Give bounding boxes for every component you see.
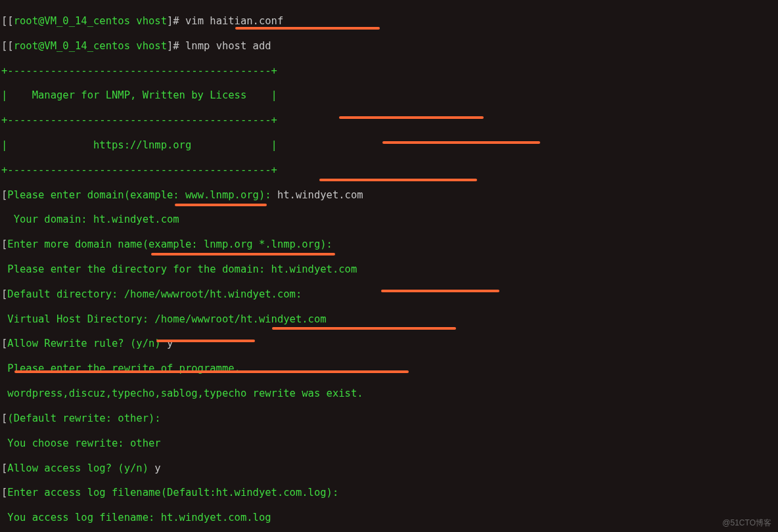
annotation-underline [339, 116, 484, 119]
log-filename-echo: You access log filename: ht.windyet.com.… [1, 512, 777, 524]
access-log-prompt: [Allow access log? (y/n) y [1, 462, 777, 475]
domain-echo: Your domain: ht.windyet.com [1, 213, 777, 226]
rewrite-prompt: [Allow Rewrite rule? (y/n) y [1, 338, 777, 350]
annotation-underline [151, 253, 335, 255]
prompt-line-1: [[root@VM_0_14_centos vhost]# vim haitia… [1, 15, 777, 28]
log-filename-prompt: [Enter access log filename(Default:ht.wi… [1, 487, 777, 499]
rewrite-info-1: Please enter the rewrite of programme, [1, 363, 777, 375]
rewrite-choice-echo: You choose rewrite: other [1, 437, 777, 450]
annotation-underline [14, 370, 409, 373]
vhost-dir-echo: Virtual Host Directory: /home/wwwroot/ht… [1, 313, 777, 326]
annotation-underline [272, 327, 456, 330]
annotation-underline [381, 290, 499, 292]
annotation-underline [235, 27, 380, 30]
annotation-underline [156, 340, 255, 342]
rewrite-info-2: wordpress,discuz,typecho,sablog,typecho … [1, 388, 777, 400]
prompt-line-2: [[root@VM_0_14_centos vhost]# lnmp vhost… [1, 40, 777, 53]
border-line: +---------------------------------------… [1, 65, 777, 78]
annotation-underline [382, 141, 540, 144]
terminal-output[interactable]: [[root@VM_0_14_centos vhost]# vim haitia… [0, 0, 778, 532]
annotation-underline [319, 179, 477, 181]
directory-prompt: Please enter the directory for the domai… [1, 263, 777, 276]
domain-prompt: [Please enter domain(example: www.lnmp.o… [1, 189, 777, 202]
more-domain-prompt: [Enter more domain name(example: lnmp.or… [1, 238, 777, 251]
watermark: @51CTO博客 [722, 518, 771, 528]
annotation-underline [175, 204, 267, 206]
rewrite-default-prompt: [(Default rewrite: other): [1, 412, 777, 425]
border-line: +---------------------------------------… [1, 164, 777, 177]
banner-line: | Manager for LNMP, Written by Licess | [1, 89, 777, 102]
